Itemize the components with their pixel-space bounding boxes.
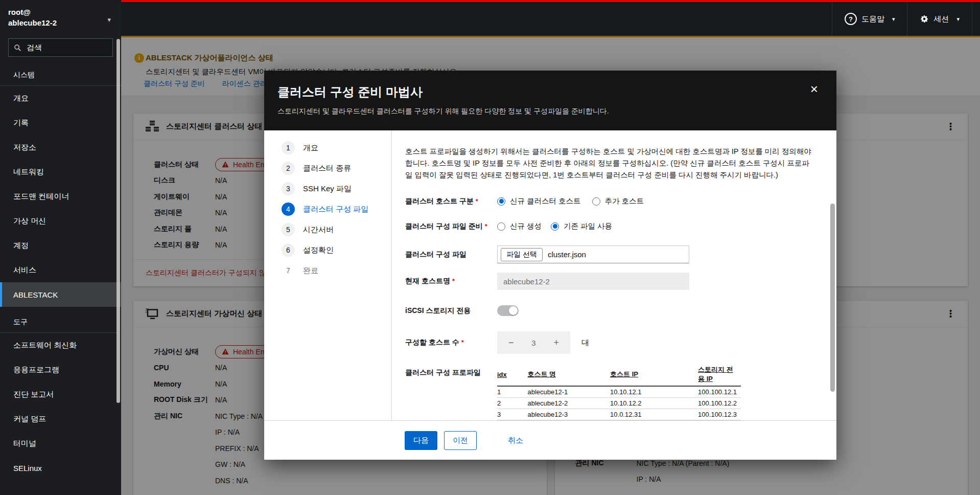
chevron-down-icon: ▾ — [956, 16, 960, 22]
column-header: idx — [497, 371, 507, 378]
step-description: 호스트 프로파일을 생성하기 위해서는 클러스터를 구성하는 호스트 및 가상머… — [405, 146, 816, 181]
wizard-form: 호스트 프로파일을 생성하기 위해서는 클러스터를 구성하는 호스트 및 가상머… — [392, 130, 836, 420]
radio-new-cluster-host[interactable]: 신규 클러스터 호스트 — [497, 196, 581, 206]
file-prep-row: 클러스터 구성 파일 준비* 신규 생성 기존 파일 사용 — [405, 221, 816, 231]
field-label: 클러스터 구성 파일 준비 — [405, 222, 483, 230]
sidebar-item-accounts[interactable]: 계정 — [0, 233, 121, 258]
sidebar-item-storage[interactable]: 저장소 — [0, 135, 121, 160]
column-header: 호스트 IP — [610, 370, 638, 378]
field-label: 클러스터 호스트 구분 — [405, 197, 474, 205]
quantity-stepper: − 3 + — [497, 331, 570, 354]
radio-additional-host[interactable]: 추가 호스트 — [592, 196, 644, 206]
table-row: 3 ablecube12-3 10.0.12.31 100.100.12.3 — [497, 409, 741, 420]
screen: ? 도움말 ▾ 세션 ▾ root@ ablecube12-2 ▾ 검색 시스템… — [0, 0, 980, 495]
search-placeholder: 검색 — [27, 43, 42, 53]
sidebar-item-overview[interactable]: 개요 — [0, 86, 121, 110]
iscsi-toggle[interactable] — [497, 305, 519, 316]
field-label: 현재 호스트명 — [405, 277, 450, 285]
sidebar-scrollbar[interactable] — [116, 39, 120, 403]
toggle-knob — [509, 306, 518, 315]
required-mark: * — [452, 277, 455, 285]
modal-subtitle: 스토리지센터 및 클라우드센터 클러스터를 구성하기 위해 필요한 다양한 정보… — [277, 107, 823, 116]
help-menu[interactable]: ? 도움말 ▾ — [832, 2, 907, 36]
radio-new-file[interactable]: 신규 생성 — [497, 221, 542, 231]
chevron-down-icon: ▾ — [107, 15, 111, 25]
modal-scrollbar[interactable] — [830, 204, 835, 392]
sidebar-section-tools[interactable]: 도구 — [0, 312, 121, 333]
sidebar-gap — [0, 307, 121, 312]
wizard-footer: 다음 이전 취소 — [264, 420, 836, 460]
step-done[interactable]: 7완료 — [264, 260, 391, 281]
sidebar-item-diagnostic-report[interactable]: 진단 보고서 — [0, 382, 121, 407]
help-label: 도움말 — [861, 14, 884, 24]
file-name: cluster.json — [548, 250, 586, 259]
required-mark: * — [476, 197, 478, 205]
help-icon: ? — [845, 13, 857, 25]
cancel-button[interactable]: 취소 — [505, 435, 526, 446]
next-button[interactable]: 다음 — [405, 431, 437, 450]
radio-icon — [497, 197, 505, 206]
user-menu[interactable]: root@ ablecube12-2 ▾ — [0, 0, 121, 33]
file-select-button[interactable]: 파일 선택 — [501, 248, 543, 261]
field-label: 구성할 호스트 수 — [405, 338, 459, 346]
minus-button[interactable]: − — [505, 337, 517, 349]
sidebar-item-logs[interactable]: 기록 — [0, 110, 121, 135]
hostname-row: 현재 호스트명* ablecube12-2 — [405, 273, 816, 290]
modal-header: 클러스터 구성 준비 마법사 스토리지센터 및 클라우드센터 클러스터를 구성하… — [264, 71, 836, 130]
sidebar-item-ablestack[interactable]: ABLESTACK — [0, 282, 121, 307]
sidebar: root@ ablecube12-2 ▾ 검색 시스템 개요 기록 저장소 네트… — [0, 0, 121, 495]
sidebar-item-selinux[interactable]: SELinux — [0, 456, 121, 480]
unit-label: 대 — [581, 338, 589, 348]
sidebar-item-software-updates[interactable]: 소프트웨어 최신화 — [0, 333, 121, 357]
sidebar-item-kernel-dump[interactable]: 커널 덤프 — [0, 407, 121, 431]
search-icon — [14, 44, 21, 52]
required-mark: * — [461, 339, 464, 346]
sidebar-item-networking[interactable]: 네트워킹 — [0, 160, 121, 184]
session-label: 세션 — [934, 14, 949, 24]
step-overview[interactable]: 1개요 — [264, 138, 391, 158]
sidebar-item-terminal[interactable]: 터미널 — [0, 431, 121, 456]
step-cluster-type[interactable]: 2클러스터 종류 — [264, 158, 391, 178]
masthead: ? 도움말 ▾ 세션 ▾ — [121, 0, 980, 36]
file-input[interactable]: 파일 선택 cluster.json — [497, 245, 689, 263]
user-name-line2: ablecube12-2 — [8, 17, 113, 28]
gear-icon — [920, 14, 929, 24]
profile-table-row: 클러스터 구성 프로파일 idx 호스트 명 호스트 IP 스토리지 전용 IP — [405, 364, 816, 420]
table-row: 2 ablecube12-2 10.10.12.2 100.100.12.2 — [497, 398, 741, 409]
step-time-server[interactable]: 5시간서버 — [264, 219, 391, 240]
field-label: iSCSI 스토리지 전용 — [405, 306, 471, 314]
close-icon[interactable]: × — [807, 82, 821, 96]
sidebar-item-podman[interactable]: 포드맨 컨테이너 — [0, 184, 121, 209]
column-header: 호스트 명 — [527, 370, 556, 378]
config-file-row: 클러스터 구성 파일 파일 선택 cluster.json — [405, 245, 816, 263]
masthead-edge — [972, 2, 980, 36]
step-cluster-config-file[interactable]: 4클러스터 구성 파일 — [264, 199, 391, 219]
plus-button[interactable]: + — [550, 337, 562, 349]
host-count-row: 구성할 호스트 수* − 3 + 대 — [405, 331, 816, 354]
chevron-down-icon: ▾ — [892, 16, 895, 22]
table-row: 1 ablecube12-1 10.10.12.1 100.100.12.1 — [497, 386, 741, 398]
step-confirm[interactable]: 6설정확인 — [264, 240, 391, 260]
sidebar-item-vm[interactable]: 가상 머신 — [0, 209, 121, 233]
cluster-wizard-modal: 클러스터 구성 준비 마법사 스토리지센터 및 클라우드센터 클러스터를 구성하… — [264, 71, 836, 460]
step-ssh-key[interactable]: 3SSH Key 파일 — [264, 178, 391, 199]
required-mark: * — [485, 222, 487, 230]
sidebar-section-system[interactable]: 시스템 — [0, 65, 121, 86]
host-count-value: 3 — [531, 339, 535, 347]
host-type-row: 클러스터 호스트 구분* 신규 클러스터 호스트 추가 호스트 — [405, 196, 816, 206]
sidebar-item-services[interactable]: 서비스 — [0, 258, 121, 282]
radio-icon — [592, 197, 600, 206]
sidebar-item-applications[interactable]: 응용프로그램 — [0, 357, 121, 382]
modal-title: 클러스터 구성 준비 마법사 — [277, 84, 823, 100]
field-label: 클러스터 구성 파일 — [405, 250, 466, 258]
user-name-line1: root@ — [8, 7, 113, 17]
session-menu[interactable]: 세션 ▾ — [907, 2, 972, 36]
iscsi-row: iSCSI 스토리지 전용 — [405, 305, 816, 316]
wizard-steps: 1개요 2클러스터 종류 3SSH Key 파일 4클러스터 구성 파일 5시간… — [264, 130, 392, 420]
back-button[interactable]: 이전 — [444, 431, 477, 450]
current-hostname-field: ablecube12-2 — [497, 273, 689, 290]
search-input[interactable]: 검색 — [8, 38, 113, 57]
column-header: 스토리지 전용 IP — [698, 366, 733, 382]
radio-existing-file[interactable]: 기존 파일 사용 — [551, 221, 612, 231]
radio-icon — [497, 222, 505, 231]
